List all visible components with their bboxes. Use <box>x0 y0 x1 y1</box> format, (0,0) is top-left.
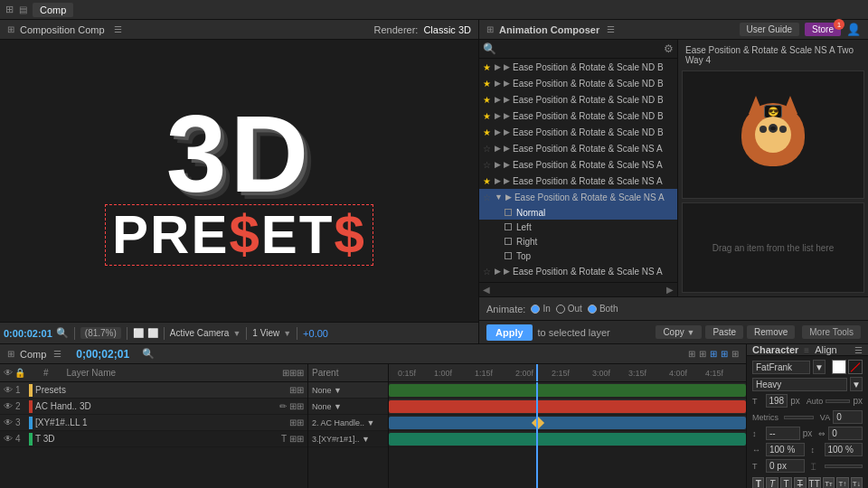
font-size-field[interactable]: 198 <box>766 394 788 408</box>
magnify-icon[interactable]: 🔍 <box>56 327 69 339</box>
comp-toolbar: 0:00:02:01 🔍 (81.7%) ⬜ ⬜ Active Camera ▼… <box>0 322 478 343</box>
remove-button[interactable]: Remove <box>747 325 795 339</box>
scroll-right-icon[interactable]: ▶ <box>666 285 674 295</box>
baseline-field[interactable]: 0 px <box>766 459 805 473</box>
text-color-swatch[interactable] <box>832 360 846 374</box>
list-item[interactable]: ★ ▶ ▶ Ease Position & Rotate & Scale ND … <box>479 75 677 91</box>
table-row[interactable]: 👁 1 Presets ⊞⊞ <box>0 382 307 399</box>
preview-section: Ease Position & Rotate & Scale NS A Two … <box>678 40 868 296</box>
expand-icon-down: ▼ <box>495 192 503 202</box>
timeline-time[interactable]: 0;00;02;01 <box>76 348 129 361</box>
list-item[interactable]: ☆ ▶ ▶ Ease Position & Rotate & Scale NS … <box>479 156 677 173</box>
tl-search-icon[interactable]: 🔍 <box>142 348 155 360</box>
more-tools-button[interactable]: More Tools <box>802 325 861 339</box>
font-dropdown-btn[interactable]: ▼ <box>813 360 826 374</box>
metrics-field[interactable] <box>784 416 814 419</box>
underline-btn[interactable]: T <box>780 477 792 488</box>
quality-icon[interactable]: ⬜ <box>133 328 144 338</box>
list-item[interactable]: ☆ ▶ ▶ Ease Position & Rotate & Scale NS … <box>479 140 677 156</box>
scroll-left-icon[interactable]: ◀ <box>483 285 490 295</box>
list-item[interactable]: ☆ ▶ ▶ Ease Position & Rotate & Scale NS … <box>479 263 677 279</box>
leading-field[interactable]: -- <box>766 427 800 440</box>
animate-out-radio[interactable]: Out <box>556 304 582 314</box>
comp-menu-icon[interactable]: ☰ <box>114 24 122 34</box>
super-btn[interactable]: T↑ <box>836 477 848 488</box>
resolution-label[interactable]: Active Camera <box>170 328 230 338</box>
res-dropdown[interactable]: ▼ <box>232 329 241 338</box>
animate-out-label: Out <box>568 304 582 314</box>
copy-button[interactable]: Copy ▼ <box>656 325 702 339</box>
smallcaps-btn[interactable]: Tт <box>823 477 835 488</box>
list-item-active[interactable]: ☆ ▼ ▶ Ease Position & Rotate & Scale NS … <box>479 189 677 205</box>
tl-tool-1[interactable]: ⊞ <box>688 349 695 359</box>
item-label: Ease Position & Rotate & Scale ND B <box>513 111 674 121</box>
stroke-color-swatch[interactable] <box>848 360 863 374</box>
font-style-dropdown-btn[interactable]: ▼ <box>850 377 863 391</box>
list-item[interactable]: ★ ▶ ▶ Ease Position & Rotate & Scale NS … <box>479 173 677 189</box>
eye-icon[interactable]: 👁 <box>4 434 13 444</box>
user-icon[interactable]: 👤 <box>846 23 861 36</box>
anim-menu-icon[interactable]: ☰ <box>607 24 615 34</box>
parent-dropdown[interactable]: None ▼ <box>312 386 342 395</box>
composition-view[interactable]: 3D PRE$ET$ <box>0 40 478 322</box>
char-menu-icon[interactable]: ☰ <box>854 345 863 355</box>
tsun2-icon: ⌶ <box>811 462 822 471</box>
tsun-field[interactable]: 0 <box>828 427 863 440</box>
store-button[interactable]: Store 1 <box>805 23 841 36</box>
parent-dropdown[interactable]: None ▼ <box>312 402 342 411</box>
va-field[interactable]: 0 <box>833 410 863 424</box>
list-item[interactable]: ★ ▶ ▶ Ease Position & Rotate & Scale ND … <box>479 91 677 108</box>
view-count[interactable]: 1 View <box>252 328 279 338</box>
apply-button[interactable]: Apply <box>486 324 533 341</box>
eye-icon[interactable]: 👁 <box>4 385 13 395</box>
strikethrough-btn[interactable]: T <box>794 477 806 488</box>
scale-h-field[interactable]: 100 % <box>766 443 805 456</box>
time-display[interactable]: 0:00:02:01 <box>4 328 52 339</box>
tl-menu-icon[interactable]: ☰ <box>53 349 61 359</box>
sub-item-top[interactable]: Top <box>479 249 677 263</box>
tl-tool-5[interactable]: ⊞ <box>731 349 739 359</box>
paste-button[interactable]: Paste <box>705 325 743 339</box>
preset-list[interactable]: ★ ▶ ▶ Ease Position & Rotate & Scale ND … <box>479 59 677 282</box>
bold-btn[interactable]: T <box>752 477 764 488</box>
parent-dropdown[interactable]: 2. AC Handle.. ▼ <box>312 418 374 427</box>
item-label: Ease Position & Rotate & Scale NS A <box>513 267 674 277</box>
list-item[interactable]: ★ ▶ ▶ Ease Position & Rotate & Scale ND … <box>479 124 677 140</box>
auto-field[interactable] <box>826 399 850 403</box>
sub-btn[interactable]: T↓ <box>851 477 863 488</box>
search-input[interactable] <box>500 43 660 54</box>
settings-icon[interactable]: ⚙ <box>664 42 674 55</box>
eye-icon[interactable]: 👁 <box>4 418 13 427</box>
zoom-level[interactable]: (81.7%) <box>80 327 121 339</box>
list-item[interactable]: ★ ▶ ▶ Ease Position & Rotate & Scale ND … <box>479 59 677 75</box>
user-guide-button[interactable]: User Guide <box>740 23 800 36</box>
tl-tool-3[interactable]: ⊞ <box>710 349 717 359</box>
animate-in-radio[interactable]: In <box>531 304 550 314</box>
animate-both-radio[interactable]: Both <box>588 304 618 314</box>
tsun2-field[interactable] <box>825 465 863 468</box>
list-item[interactable]: ★ ▶ ▶ Ease Position & Rotate & Scale ND … <box>479 108 677 124</box>
view-dropdown[interactable]: ▼ <box>283 329 291 338</box>
char-panel-header: Character ≡ Align ☰ <box>747 344 868 356</box>
parent-dropdown[interactable]: 3.[XY#r1#1].. ▼ <box>312 435 370 444</box>
expand-icon: ▶ <box>495 79 501 88</box>
comp-tab[interactable]: Comp <box>33 3 73 17</box>
table-row[interactable]: 👁 3 [XY#1#..LL 1 ⊞⊞ <box>0 415 307 431</box>
eye-icon[interactable]: 👁 <box>4 401 13 411</box>
playhead[interactable] <box>536 382 538 488</box>
italic-btn[interactable]: T <box>766 477 778 488</box>
tl-tool-2[interactable]: ⊞ <box>699 349 706 359</box>
sub-item-right[interactable]: Right <box>479 234 677 249</box>
time-ruler: 0:15f 1:00f 1:15f 2:00f 2:15f 3:00f 3:15… <box>389 364 746 382</box>
caps-btn[interactable]: TT <box>808 477 821 488</box>
sub-item-normal[interactable]: Normal <box>479 205 677 220</box>
font-name-field[interactable]: FatFrank <box>752 361 810 374</box>
scale-v-field[interactable]: 100 % <box>825 443 863 456</box>
table-row[interactable]: 👁 2 AC Hand.. 3D ✏ ⊞⊞ <box>0 399 307 415</box>
font-style-field[interactable]: Heavy <box>752 378 847 391</box>
draft-icon[interactable]: ⬜ <box>147 328 158 338</box>
tl-tool-4[interactable]: ⊞ <box>721 349 728 359</box>
expand-icon: ▶ <box>504 160 510 169</box>
sub-item-left[interactable]: Left <box>479 220 677 234</box>
table-row[interactable]: 👁 4 T 3D T ⊞⊞ <box>0 431 307 447</box>
